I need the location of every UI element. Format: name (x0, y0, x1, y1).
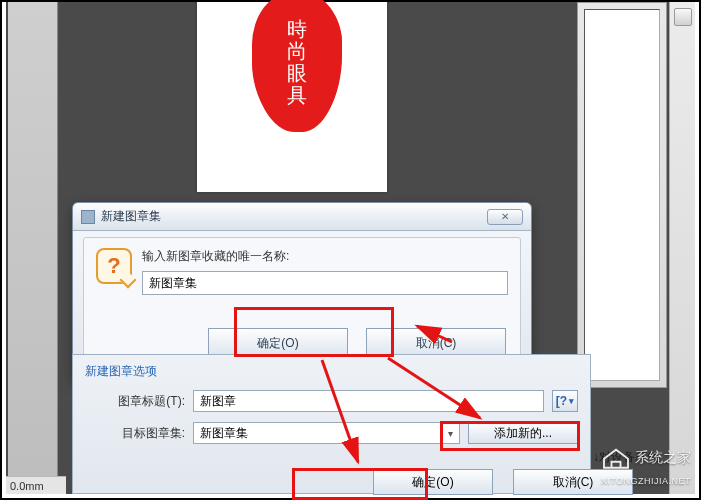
status-coord: 0.0mm (10, 480, 44, 492)
help-dropdown-button[interactable]: [?▾ (552, 390, 578, 412)
target-stampset-value: 新图章集 (200, 425, 248, 442)
add-new-button[interactable]: 添加新的... (468, 422, 578, 444)
options-ok-label: 确定(O) (412, 474, 453, 491)
stamp-title-input[interactable] (193, 390, 544, 412)
add-new-label: 添加新的... (494, 425, 552, 442)
question-icon: ? (96, 248, 132, 284)
document-canvas: 時 尚 眼 具 (197, 2, 387, 192)
seal-text: 時 尚 眼 具 (287, 18, 308, 106)
screenshot-frame: 時 尚 眼 具 新建图章集 ✕ ? 输入新图章收藏的唯一名称: 确定(O) 取消… (0, 0, 701, 500)
watermark-line2: XITONGZHIJIA.NET (601, 476, 691, 486)
prompt-label: 输入新图章收藏的唯一名称: (142, 248, 508, 265)
stamp-title-row: 图章标题(T): [?▾ (85, 390, 578, 412)
right-panel (577, 2, 667, 388)
status-bar: 0.0mm (6, 476, 66, 494)
help-icon: [? (556, 394, 567, 408)
options-legend: 新建图章选项 (85, 363, 578, 380)
target-stampset-label: 目标图章集: (85, 425, 185, 442)
close-button[interactable]: ✕ (487, 209, 523, 225)
watermark-line1: 系统之家 (635, 449, 691, 465)
dialog-icon (81, 210, 95, 224)
new-stamp-options-panel: 新建图章选项 图章标题(T): [?▾ 目标图章集: 新图章集 ▾ 添加新的..… (72, 354, 591, 494)
close-icon: ✕ (501, 211, 509, 222)
dialog-titlebar: 新建图章集 ✕ (73, 203, 531, 231)
right-panel-content (584, 9, 660, 381)
left-toolbar (8, 2, 58, 494)
cancel-button-label: 取消(C) (416, 335, 457, 352)
chevron-down-icon: ▾ (448, 428, 453, 439)
strip-button[interactable] (674, 8, 692, 26)
house-icon (601, 446, 631, 470)
stamp-title-label: 图章标题(T): (85, 393, 185, 410)
target-stampset-row: 目标图章集: 新图章集 ▾ 添加新的... (85, 422, 578, 444)
watermark: 系统之家 XITONGZHIJIA.NET (601, 446, 691, 490)
red-seal-image: 時 尚 眼 具 (252, 0, 342, 132)
target-stampset-select[interactable]: 新图章集 ▾ (193, 422, 460, 444)
stampset-name-input[interactable] (142, 271, 508, 295)
right-vertical-strip (669, 2, 695, 494)
dialog-body: ? 输入新图章收藏的唯一名称: 确定(O) 取消(C) (83, 237, 521, 371)
dialog-title: 新建图章集 (101, 208, 487, 225)
ok-button-label: 确定(O) (257, 335, 298, 352)
options-ok-button[interactable]: 确定(O) (373, 469, 493, 495)
chevron-down-icon: ▾ (569, 396, 574, 406)
options-cancel-label: 取消(C) (553, 474, 594, 491)
